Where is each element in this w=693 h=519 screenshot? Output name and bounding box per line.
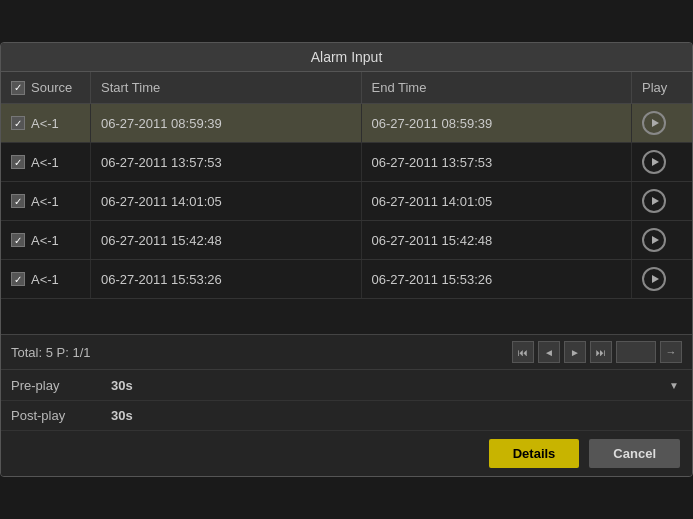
- end-time-value: 06-27-2011 15:42:48: [372, 233, 493, 248]
- header-start-time-col: Start Time: [91, 72, 362, 103]
- header-play-col: Play: [632, 72, 692, 103]
- start-time-cell: 06-27-2011 08:59:39: [91, 104, 362, 142]
- page-input[interactable]: [616, 341, 656, 363]
- row-checkbox[interactable]: [11, 272, 25, 286]
- start-time-value: 06-27-2011 14:01:05: [101, 194, 222, 209]
- option-label: Pre-play: [11, 378, 111, 393]
- table-row[interactable]: A<-1 06-27-2011 08:59:39 06-27-2011 08:5…: [1, 104, 692, 143]
- source-value: A<-1: [31, 194, 59, 209]
- go-button[interactable]: →: [660, 341, 682, 363]
- end-time-cell: 06-27-2011 15:53:26: [362, 260, 633, 298]
- start-time-cell: 06-27-2011 15:42:48: [91, 221, 362, 259]
- cancel-button[interactable]: Cancel: [589, 439, 680, 468]
- button-bar: Details Cancel: [1, 431, 692, 476]
- footer-bar: Total: 5 P: 1/1 ⏮ ◄ ► ⏭ →: [1, 334, 692, 369]
- source-value: A<-1: [31, 116, 59, 131]
- option-value: 30s: [111, 408, 682, 423]
- header-source-col: Source: [1, 72, 91, 103]
- start-time-cell: 06-27-2011 13:57:53: [91, 143, 362, 181]
- table-header: Source Start Time End Time Play: [1, 72, 692, 104]
- first-page-button[interactable]: ⏮: [512, 341, 534, 363]
- start-time-value: 06-27-2011 08:59:39: [101, 116, 222, 131]
- play-cell: [632, 260, 692, 298]
- source-cell: A<-1: [1, 104, 91, 142]
- end-time-cell: 06-27-2011 08:59:39: [362, 104, 633, 142]
- next-page-button[interactable]: ►: [564, 341, 586, 363]
- play-button[interactable]: [642, 111, 666, 135]
- last-page-button[interactable]: ⏭: [590, 341, 612, 363]
- source-value: A<-1: [31, 233, 59, 248]
- end-time-cell: 06-27-2011 13:57:53: [362, 143, 633, 181]
- status-text: Total: 5 P: 1/1: [11, 345, 91, 360]
- source-value: A<-1: [31, 155, 59, 170]
- start-time-cell: 06-27-2011 15:53:26: [91, 260, 362, 298]
- end-time-value: 06-27-2011 14:01:05: [372, 194, 493, 209]
- details-button[interactable]: Details: [489, 439, 580, 468]
- dialog-title: Alarm Input: [1, 43, 692, 72]
- start-time-value: 06-27-2011 15:53:26: [101, 272, 222, 287]
- source-cell: A<-1: [1, 143, 91, 181]
- header-end-time-col: End Time: [362, 72, 633, 103]
- play-button[interactable]: [642, 228, 666, 252]
- end-time-cell: 06-27-2011 14:01:05: [362, 182, 633, 220]
- source-cell: A<-1: [1, 260, 91, 298]
- start-time-value: 06-27-2011 13:57:53: [101, 155, 222, 170]
- source-cell: A<-1: [1, 182, 91, 220]
- play-button[interactable]: [642, 267, 666, 291]
- row-checkbox[interactable]: [11, 116, 25, 130]
- play-cell: [632, 182, 692, 220]
- alarm-input-dialog: Alarm Input Source Start Time End Time P…: [0, 42, 693, 477]
- play-cell: [632, 104, 692, 142]
- play-cell: [632, 143, 692, 181]
- option-row: Pre-play 30s ▼: [1, 370, 692, 401]
- table-row[interactable]: A<-1 06-27-2011 14:01:05 06-27-2011 14:0…: [1, 182, 692, 221]
- end-time-cell: 06-27-2011 15:42:48: [362, 221, 633, 259]
- end-time-value: 06-27-2011 15:53:26: [372, 272, 493, 287]
- end-time-value: 06-27-2011 13:57:53: [372, 155, 493, 170]
- table-row[interactable]: A<-1 06-27-2011 13:57:53 06-27-2011 13:5…: [1, 143, 692, 182]
- table-row[interactable]: A<-1 06-27-2011 15:53:26 06-27-2011 15:5…: [1, 260, 692, 299]
- alarm-table: Source Start Time End Time Play A<-1 06-…: [1, 72, 692, 334]
- play-button[interactable]: [642, 150, 666, 174]
- play-button[interactable]: [642, 189, 666, 213]
- option-value: 30s: [111, 378, 666, 393]
- source-cell: A<-1: [1, 221, 91, 259]
- start-time-cell: 06-27-2011 14:01:05: [91, 182, 362, 220]
- pagination: ⏮ ◄ ► ⏭ →: [512, 341, 682, 363]
- dropdown-icon[interactable]: ▼: [666, 377, 682, 393]
- table-row[interactable]: A<-1 06-27-2011 15:42:48 06-27-2011 15:4…: [1, 221, 692, 260]
- end-time-value: 06-27-2011 08:59:39: [372, 116, 493, 131]
- row-checkbox[interactable]: [11, 233, 25, 247]
- options-bar: Pre-play 30s ▼ Post-play 30s: [1, 369, 692, 431]
- option-label: Post-play: [11, 408, 111, 423]
- row-checkbox[interactable]: [11, 194, 25, 208]
- header-checkbox[interactable]: [11, 81, 25, 95]
- start-time-value: 06-27-2011 15:42:48: [101, 233, 222, 248]
- source-value: A<-1: [31, 272, 59, 287]
- table-body: A<-1 06-27-2011 08:59:39 06-27-2011 08:5…: [1, 104, 692, 334]
- play-cell: [632, 221, 692, 259]
- row-checkbox[interactable]: [11, 155, 25, 169]
- option-row: Post-play 30s: [1, 401, 692, 431]
- prev-page-button[interactable]: ◄: [538, 341, 560, 363]
